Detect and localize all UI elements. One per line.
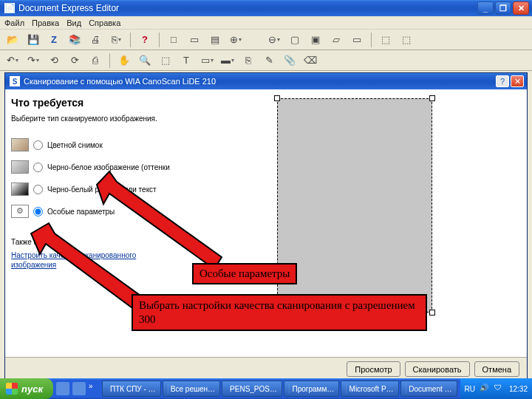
- scan-help-button[interactable]: ?: [496, 75, 509, 87]
- preview-button[interactable]: Просмотр: [347, 361, 400, 377]
- menu-edit[interactable]: Правка: [32, 18, 59, 27]
- crop-handle-tr[interactable]: [429, 95, 435, 101]
- radio-gray[interactable]: [33, 163, 43, 172]
- scan-heading: Что требуется: [11, 97, 177, 109]
- rotate-right-icon[interactable]: ↷: [25, 52, 41, 69]
- app-icon: 📄: [4, 3, 15, 13]
- bw-thumb-icon: [11, 183, 29, 196]
- rotate-cw-icon[interactable]: ⟳: [66, 52, 83, 69]
- scan-close-button[interactable]: ✕: [511, 75, 524, 87]
- note-tool-icon[interactable]: ✎: [261, 52, 277, 69]
- custom-thumb-icon: [11, 205, 29, 218]
- quick-launch-icon[interactable]: [72, 382, 86, 395]
- scan-subtitle: Выберите тип сканируемого изображения.: [11, 115, 177, 123]
- scan-dialog: S Сканирование с помощью WIA CanoScan Li…: [4, 72, 528, 381]
- scan-option-color[interactable]: Цветной снимок: [11, 134, 177, 155]
- select-icon[interactable]: ⬚: [157, 52, 174, 69]
- language-indicator[interactable]: RU: [465, 385, 475, 393]
- stamp-icon[interactable]: ⎙: [87, 52, 103, 69]
- page-single-icon[interactable]: □: [166, 32, 182, 48]
- quick-launch-icon[interactable]: [56, 382, 69, 395]
- annotation-1: Особые параметры: [192, 263, 297, 284]
- rotate-left-icon[interactable]: ↶: [4, 52, 21, 69]
- clock[interactable]: 12:32: [509, 385, 528, 393]
- toolbar-secondary: ↶ ↷ ⟲ ⟳ ⎙ ✋ 🔍 ⬚ T ▭ ▬ ⎘ ✎ 📎 ⌫: [0, 50, 532, 71]
- close-button[interactable]: ✕: [513, 1, 529, 15]
- app-menu: Файл Правка Вид Справка: [0, 16, 532, 30]
- taskbar-item[interactable]: ПТК СПУ - …: [102, 381, 161, 397]
- taskbar-item[interactable]: Microsoft P…: [341, 381, 398, 397]
- gray-thumb-icon: [11, 160, 29, 174]
- scan-button[interactable]: Сканировать: [405, 361, 470, 377]
- help-icon[interactable]: ?: [137, 32, 153, 48]
- zoom-in-icon[interactable]: ⊕: [228, 32, 244, 48]
- restore-button[interactable]: ❐: [495, 1, 511, 15]
- label-custom: Особые параметры: [47, 208, 115, 216]
- label-color: Цветной снимок: [47, 141, 103, 149]
- menu-view[interactable]: Вид: [66, 18, 81, 27]
- annotation-1-label: Особые параметры: [192, 263, 297, 284]
- save-icon[interactable]: 💾: [25, 32, 41, 48]
- open-icon[interactable]: 📂: [4, 32, 21, 48]
- crop-handle-tl[interactable]: [274, 95, 280, 101]
- fit-actual-icon[interactable]: ▱: [328, 32, 344, 48]
- scan-option-bw[interactable]: Черно-белый рисунок или текст: [11, 179, 177, 200]
- menu-help[interactable]: Справка: [89, 18, 120, 27]
- taskbar-item-label: PENS_POS…: [230, 385, 277, 393]
- scan-icon[interactable]: Z: [46, 32, 62, 48]
- erase-tool-icon[interactable]: ⌫: [302, 52, 318, 69]
- also-label: Также можно:: [11, 238, 177, 246]
- nav-icon[interactable]: ⎘: [108, 32, 124, 48]
- scan-option-gray[interactable]: Черно-белое изображение (оттенки: [11, 157, 177, 177]
- page-continuous-icon[interactable]: ▭: [186, 32, 202, 48]
- annotation-2-label: Выбрать настройки качества сканирования …: [132, 294, 427, 331]
- scan-option-custom[interactable]: Особые параметры: [11, 201, 177, 222]
- minimize-button[interactable]: _: [477, 1, 494, 15]
- shape-tool-icon[interactable]: ▭: [199, 52, 215, 69]
- library-icon[interactable]: 📚: [66, 32, 83, 48]
- label-gray: Черно-белое изображение (оттенки: [47, 163, 170, 171]
- page-facing-icon[interactable]: ▤: [207, 32, 223, 48]
- label-bw: Черно-белый рисунок или текст: [47, 185, 157, 194]
- text-tool-icon[interactable]: T: [178, 52, 194, 69]
- print-icon[interactable]: 🖨: [87, 32, 103, 48]
- thumb-small-icon[interactable]: ⬚: [378, 32, 394, 48]
- quick-launch-expand-icon[interactable]: »: [89, 382, 96, 395]
- radio-color[interactable]: [33, 140, 43, 150]
- preview-page[interactable]: [277, 98, 432, 313]
- radio-custom[interactable]: [33, 207, 43, 216]
- thumb-large-icon[interactable]: ⬚: [398, 32, 415, 48]
- taskbar-item[interactable]: PENS_POS…: [222, 381, 282, 397]
- menu-file[interactable]: Файл: [4, 18, 24, 27]
- fit-width-icon[interactable]: ▢: [287, 32, 303, 48]
- attach-tool-icon[interactable]: 📎: [282, 52, 298, 69]
- taskbar-item-label: Microsoft P…: [349, 385, 394, 393]
- taskbar-item-label: ПТК СПУ - …: [110, 385, 156, 393]
- start-button[interactable]: пуск: [0, 378, 53, 399]
- start-label: пуск: [21, 383, 43, 395]
- app-title: Document Express Editor: [18, 3, 119, 13]
- taskbar-item-label: Все решен…: [171, 385, 215, 393]
- fit-page-icon[interactable]: ▣: [307, 32, 324, 48]
- taskbar-item[interactable]: Программ…: [284, 381, 340, 397]
- magnifier-icon[interactable]: 🔍: [137, 52, 153, 69]
- tray-icon[interactable]: 🛡: [494, 383, 505, 394]
- scan-dialog-footer: Просмотр Сканировать Отмена: [5, 357, 527, 381]
- rotate-ccw-icon[interactable]: ⟲: [46, 52, 62, 69]
- link-tool-icon[interactable]: ⎘: [240, 52, 256, 69]
- adjust-quality-link[interactable]: Настроить качество сканированного изобра…: [11, 250, 177, 270]
- hand-icon[interactable]: ✋: [116, 52, 132, 69]
- taskbar-item-label: Программ…: [292, 385, 334, 393]
- tray-icon[interactable]: 🔊: [480, 383, 490, 394]
- highlight-tool-icon[interactable]: ▬: [219, 52, 236, 69]
- cancel-button[interactable]: Отмена: [474, 361, 519, 377]
- crop-handle-br[interactable]: [429, 310, 435, 316]
- taskbar-item[interactable]: Document …: [400, 381, 457, 397]
- taskbar-item-label: Document …: [409, 385, 451, 393]
- fit-visible-icon[interactable]: ▭: [349, 32, 365, 48]
- radio-bw[interactable]: [33, 185, 43, 194]
- color-thumb-icon: [11, 138, 29, 151]
- zoom-out-icon[interactable]: ⊖: [266, 32, 282, 48]
- taskbar-item[interactable]: Все решен…: [163, 381, 221, 397]
- quick-launch: »: [53, 382, 99, 395]
